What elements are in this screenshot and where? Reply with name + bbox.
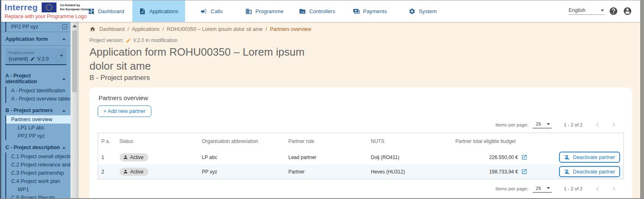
sidebar-item-lp1[interactable]: LP1 LP abc (6, 124, 71, 132)
calls-icon (200, 8, 207, 15)
sidebar-item-c4[interactable]: C.4 Project work plan (6, 177, 71, 185)
partner-budget: 226.550,00 € (489, 155, 518, 160)
table-header-row: P a. Status Organisation abbreviation Pa… (98, 133, 624, 150)
sidebar-item-c1[interactable]: C.1 Project overall objective (6, 152, 71, 161)
version-line-label: Project version: (89, 37, 124, 43)
chevron-down-icon (601, 9, 604, 12)
nav-applications[interactable]: Applications (132, 0, 185, 22)
sidebar-item-a-identification[interactable]: A - Project Identification (6, 87, 71, 95)
sidebar-group-b-items: Partners overview LP1 LP abc PP2 PP xyz (5, 115, 71, 140)
pagination-range: 1 - 2 of 2 (564, 186, 583, 191)
nav-system[interactable]: System (396, 0, 449, 22)
breadcrumb-project[interactable]: ROHU00350 – Lorem ipsum dolor sit ame (167, 26, 263, 32)
sidebar-section-application-form[interactable]: Application form (1, 32, 71, 45)
nav-dashboard[interactable]: Dashboard (80, 0, 132, 22)
help-icon[interactable] (609, 7, 618, 16)
interreg-wordmark: Interreg (5, 2, 38, 12)
sidebar-scrollbar[interactable] (71, 22, 79, 198)
nav-controllers[interactable]: Controllers (291, 0, 343, 22)
collapse-minus-icon[interactable] (62, 24, 67, 29)
breadcrumb-separator: / (162, 26, 164, 32)
account-icon[interactable] (623, 7, 632, 16)
next-page-icon[interactable] (609, 120, 618, 129)
items-per-page-value: 25 (536, 186, 541, 191)
programme-icon (245, 8, 252, 15)
partner-role: Lead partner (285, 150, 368, 164)
open-budget-icon[interactable] (521, 154, 527, 160)
top-header: Interreg Co-funded by the European Union… (1, 0, 640, 22)
breadcrumb: Dashboard / Applications / ROHU00350 – L… (89, 26, 632, 32)
programme-logo: Interreg Co-funded by the European Union… (5, 2, 89, 19)
nav-payments[interactable]: Payments (343, 0, 396, 22)
pagination-bottom: Items per page: 25 1 - 2 of 2 (98, 181, 624, 197)
home-icon[interactable] (89, 26, 96, 32)
chevron-up-icon (62, 78, 66, 80)
sidebar-item-wp1[interactable]: WP1 (6, 185, 71, 194)
sidebar-item-a-overview-tables[interactable]: A - Project overview tables (6, 95, 71, 103)
header-right: English (569, 0, 632, 22)
deactivate-partner-button[interactable]: Deactivate partner (559, 166, 620, 177)
table-row: 2 Active PP xyz Partner Heves (HU312) (98, 164, 624, 179)
nav-label: System (419, 8, 437, 14)
sidebar-item-pp2-scrolled[interactable]: PP2 PP xyz (5, 22, 71, 32)
add-new-partner-button[interactable]: + Add new partner (98, 105, 151, 117)
group-title: C - Project description (5, 145, 60, 150)
language-select[interactable]: English (569, 7, 604, 15)
version-line-value: V.2.0 In modification (133, 37, 178, 43)
next-page-icon[interactable] (609, 185, 618, 193)
pagination-top: Items per page: 25 1 - 2 of 2 (98, 117, 624, 133)
sidebar-group-b[interactable]: B - Project partners (1, 105, 71, 115)
sidebar-group-a[interactable]: A - Project identification (1, 70, 71, 87)
open-budget-icon[interactable] (521, 169, 527, 175)
nav-calls[interactable]: Calls (185, 0, 238, 22)
sidebar-group-c-items: C.1 Project overall objective C.2 Projec… (5, 152, 71, 198)
deactivate-label: Deactivate partner (573, 155, 615, 160)
application-sidebar: PP2 PP xyz Application form Project vers… (1, 22, 71, 198)
main-nav: Dashboard Applications Calls Programme (80, 0, 449, 22)
sidebar-item-c3[interactable]: C.3 Project partnership (6, 169, 71, 177)
sidebar-group-c[interactable]: C - Project description (1, 142, 71, 152)
main-content: Dashboard / Applications / ROHU00350 – L… (79, 22, 640, 198)
items-per-page-select[interactable]: 25 (533, 121, 552, 129)
sidebar-item-c2[interactable]: C.2 Project relevance and context (6, 161, 71, 169)
person-icon (123, 169, 128, 174)
sidebar-item-pp2[interactable]: PP2 PP xyz (6, 132, 71, 140)
page-scrollbar[interactable] (640, 0, 644, 199)
page-title: Application form ROHU00350 – Lorem ipsum… (89, 45, 320, 73)
scrollbar-thumb[interactable] (640, 0, 644, 199)
breadcrumb-partners-overview: Partners overview (270, 26, 311, 32)
previous-page-icon[interactable] (593, 185, 602, 193)
breadcrumb-dashboard[interactable]: Dashboard (99, 26, 125, 32)
app-window: Interreg Co-funded by the European Union… (0, 0, 644, 199)
col-header-status: Status (116, 133, 199, 150)
chevron-up-icon (62, 38, 66, 40)
divider (1, 45, 71, 46)
deactivate-partner-button[interactable]: Deactivate partner (559, 152, 620, 163)
col-header-number: P a. (98, 133, 116, 150)
previous-page-icon[interactable] (593, 120, 602, 129)
status-badge: Active (120, 168, 149, 176)
applications-icon (139, 8, 146, 15)
breadcrumb-separator: / (266, 26, 267, 32)
scroll-up-arrow-icon[interactable] (73, 25, 77, 27)
project-version-select[interactable]: Project version (current) V.2.0 (5, 48, 66, 65)
items-per-page-label: Items per page: (496, 186, 529, 191)
chevron-down-icon (547, 123, 550, 125)
status-label: Active (130, 155, 144, 160)
nav-programme[interactable]: Programme (238, 0, 291, 22)
breadcrumb-applications[interactable]: Applications (132, 26, 160, 32)
version-number: V.2.0 (37, 56, 49, 62)
sidebar-item-c5[interactable]: C.5 Project Results (6, 194, 71, 198)
items-per-page-select[interactable]: 25 (533, 185, 552, 193)
col-header-budget: Partner total eligible budget (452, 133, 531, 150)
person-off-icon (564, 154, 570, 160)
language-value: English (569, 7, 585, 13)
pagination-range: 1 - 2 of 2 (564, 122, 583, 127)
sidebar-item-partners-overview[interactable]: Partners overview (6, 115, 71, 124)
scrollbar-thumb[interactable] (72, 30, 77, 92)
partner-number: 1 (98, 150, 116, 164)
gear-icon (409, 8, 416, 15)
col-header-nuts: NUTS (368, 133, 452, 150)
partners-overview-card: Partners overview + Add new partner Item… (89, 87, 632, 198)
group-title: A - Project identification (5, 73, 62, 84)
